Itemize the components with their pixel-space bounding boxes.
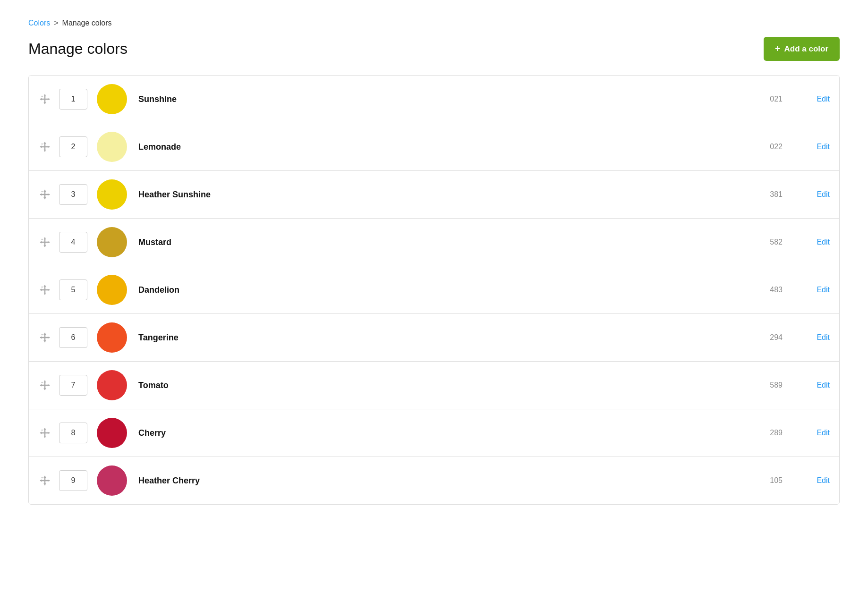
color-code: 381	[745, 190, 783, 199]
edit-link[interactable]: Edit	[811, 143, 830, 151]
edit-link[interactable]: Edit	[811, 238, 830, 246]
color-name: Tangerine	[138, 333, 745, 343]
color-code: 289	[745, 429, 783, 437]
color-swatch	[97, 179, 127, 210]
colors-list: Sunshine 021 Edit Lemonade 022 Edit	[28, 75, 840, 505]
breadcrumb-current: Manage colors	[62, 19, 112, 27]
order-input[interactable]	[59, 232, 87, 253]
color-row: Mustard 582 Edit	[29, 219, 839, 266]
page-header: Manage colors + Add a color	[28, 37, 840, 61]
color-name: Tomato	[138, 381, 745, 390]
edit-link[interactable]: Edit	[811, 476, 830, 485]
color-swatch	[97, 465, 127, 496]
color-swatch	[97, 370, 127, 400]
color-row: Heather Cherry 105 Edit	[29, 457, 839, 504]
drag-handle-icon[interactable]	[38, 189, 51, 200]
breadcrumb-colors-link[interactable]: Colors	[28, 19, 50, 27]
color-name: Heather Sunshine	[138, 190, 745, 200]
drag-handle-icon[interactable]	[38, 475, 51, 486]
color-row: Heather Sunshine 381 Edit	[29, 171, 839, 219]
color-code: 589	[745, 381, 783, 389]
color-row: Cherry 289 Edit	[29, 409, 839, 457]
drag-handle-icon[interactable]	[38, 332, 51, 343]
color-name: Lemonade	[138, 142, 745, 152]
color-name: Heather Cherry	[138, 476, 745, 486]
add-color-button[interactable]: + Add a color	[764, 37, 840, 61]
add-color-label: Add a color	[784, 44, 828, 54]
color-row: Sunshine 021 Edit	[29, 76, 839, 123]
drag-handle-icon[interactable]	[38, 428, 51, 438]
plus-icon: +	[775, 43, 781, 54]
color-name: Mustard	[138, 237, 745, 247]
color-code: 294	[745, 333, 783, 342]
order-input[interactable]	[59, 279, 87, 300]
edit-link[interactable]: Edit	[811, 381, 830, 389]
order-input[interactable]	[59, 423, 87, 443]
color-name: Sunshine	[138, 94, 745, 104]
order-input[interactable]	[59, 470, 87, 491]
order-input[interactable]	[59, 136, 87, 157]
breadcrumb-separator: >	[54, 19, 58, 27]
color-row: Lemonade 022 Edit	[29, 123, 839, 171]
color-row: Dandelion 483 Edit	[29, 266, 839, 314]
drag-handle-icon[interactable]	[38, 142, 51, 152]
order-input[interactable]	[59, 89, 87, 110]
drag-handle-icon[interactable]	[38, 237, 51, 247]
color-code: 105	[745, 476, 783, 485]
breadcrumb: Colors > Manage colors	[28, 19, 840, 27]
color-swatch	[97, 275, 127, 305]
color-swatch	[97, 418, 127, 448]
color-code: 021	[745, 95, 783, 103]
drag-handle-icon[interactable]	[38, 94, 51, 104]
edit-link[interactable]: Edit	[811, 190, 830, 199]
color-code: 582	[745, 238, 783, 246]
edit-link[interactable]: Edit	[811, 286, 830, 294]
order-input[interactable]	[59, 184, 87, 205]
color-swatch	[97, 84, 127, 114]
color-row: Tomato 589 Edit	[29, 362, 839, 409]
color-code: 483	[745, 286, 783, 294]
color-name: Cherry	[138, 428, 745, 438]
color-swatch	[97, 132, 127, 162]
edit-link[interactable]: Edit	[811, 333, 830, 342]
color-code: 022	[745, 143, 783, 151]
color-name: Dandelion	[138, 285, 745, 295]
page-title: Manage colors	[28, 40, 128, 58]
color-swatch	[97, 227, 127, 257]
edit-link[interactable]: Edit	[811, 95, 830, 103]
order-input[interactable]	[59, 327, 87, 348]
drag-handle-icon[interactable]	[38, 380, 51, 390]
color-row: Tangerine 294 Edit	[29, 314, 839, 362]
drag-handle-icon[interactable]	[38, 285, 51, 295]
color-swatch	[97, 322, 127, 353]
edit-link[interactable]: Edit	[811, 429, 830, 437]
order-input[interactable]	[59, 375, 87, 396]
